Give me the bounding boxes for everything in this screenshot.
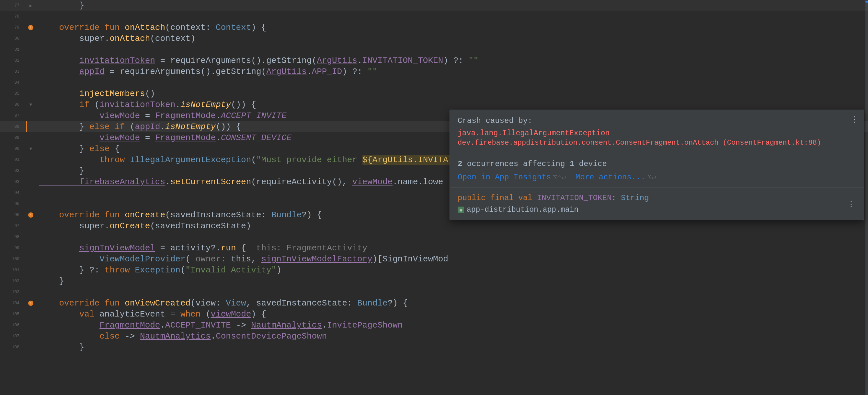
line-number: 105 xyxy=(0,309,26,320)
line-number: 85 xyxy=(0,88,26,99)
table-row: 83 appId = requireArguments().getString(… xyxy=(0,66,868,77)
table-row: 79 ! override fun onAttach(context: Cont… xyxy=(0,22,868,33)
gutter: ▼ xyxy=(26,102,36,107)
module-info: ▤ app-distribution.app.main xyxy=(458,206,649,214)
crash-title: Crash caused by: xyxy=(458,116,856,125)
fold-icon[interactable]: ▼ xyxy=(29,146,32,151)
line-content: signInViewModel = activity?.run { this: … xyxy=(36,243,868,254)
module-icon: ▤ xyxy=(458,206,464,213)
line-content: super.onAttach(context) xyxy=(36,33,868,44)
table-row: 102 } xyxy=(0,276,868,287)
code-area: 77 ▶ } 78 79 ! override fun onAttach(c xyxy=(0,0,868,395)
line-number: 81 xyxy=(0,44,26,55)
table-row: 105 val analyticEvent = when (viewMode) … xyxy=(0,309,868,320)
line-content: else -> NautmAnalytics.ConsentDevicePage… xyxy=(36,331,868,342)
table-row: 97 super.onCreate(savedInstanceState) xyxy=(0,221,868,231)
occurrences-label: occurrences xyxy=(467,160,518,168)
line-content: FragmentMode.ACCEPT_INVITE -> NautmAnaly… xyxy=(36,320,868,331)
line-number: 94 xyxy=(0,188,26,198)
line-number: 77 xyxy=(0,0,26,11)
bookmark-icon: ! xyxy=(28,213,33,218)
line-content: if (invitationToken.isNotEmpty()) { xyxy=(36,99,868,110)
line-content: ViewModelProvider( owner: this, signInVi… xyxy=(36,254,868,265)
table-row: 99 signInViewModel = activity?.run { thi… xyxy=(0,243,868,254)
line-number: 107 xyxy=(0,331,26,342)
code-snippet: public final val INVITATION_TOKEN: Strin… xyxy=(458,194,649,202)
table-row: 108 } xyxy=(0,342,868,353)
line-number: 89 xyxy=(0,132,26,143)
line-number: 93 xyxy=(0,176,26,188)
line-number: 95 xyxy=(0,198,26,209)
line-content: override fun onViewCreated(view: View, s… xyxy=(36,298,868,309)
gutter: ! xyxy=(26,213,36,218)
line-content: val analyticEvent = when (viewMode) { xyxy=(36,309,868,320)
table-row: 106 FragmentMode.ACCEPT_INVITE -> NautmA… xyxy=(0,320,868,331)
bookmark-icon: ! xyxy=(28,301,33,306)
more-actions-link[interactable]: More actions... xyxy=(576,173,646,181)
line-number: 87 xyxy=(0,110,26,121)
line-number: 84 xyxy=(0,77,26,88)
line-content: super.onCreate(savedInstanceState) xyxy=(36,221,868,231)
line-content: } xyxy=(36,0,868,11)
shortcut1: ⌥⇧↵ xyxy=(553,173,566,181)
crash-popup: ⋮ Crash caused by: java.lang.IllegalArgu… xyxy=(450,110,864,220)
fold-icon[interactable]: ▶ xyxy=(29,3,32,8)
table-row: 86 ▼ if (invitationToken.isNotEmpty()) { xyxy=(0,99,868,110)
bookmark-icon: ! xyxy=(28,25,33,30)
occurrences-row: 2 occurrences affecting 1 device xyxy=(458,160,856,168)
line-number: 80 xyxy=(0,33,26,44)
affecting-label: affecting xyxy=(523,160,565,168)
line-number: 104 xyxy=(0,298,26,309)
line-content: } xyxy=(36,342,868,353)
line-number: 99 xyxy=(0,243,26,254)
shortcut2: ⌥↵ xyxy=(647,173,656,181)
line-number: 91 xyxy=(0,154,26,165)
line-content: } ?: throw Exception("Invalid Activity") xyxy=(36,265,868,276)
line-number: 101 xyxy=(0,265,26,276)
code-section-more-button[interactable]: ⋮ xyxy=(846,199,856,209)
line-number: 82 xyxy=(0,55,26,66)
line-number: 88 xyxy=(0,121,26,132)
editor-container: 77 ▶ } 78 79 ! override fun onAttach(c xyxy=(0,0,868,395)
occurrences-count: 2 xyxy=(458,160,462,168)
device-count: 1 xyxy=(570,160,574,168)
table-row: 98 xyxy=(0,231,868,243)
line-number: 92 xyxy=(0,165,26,176)
table-row: 77 ▶ } xyxy=(0,0,868,11)
line-number: 103 xyxy=(0,287,26,298)
code-context-section: public final val INVITATION_TOKEN: Strin… xyxy=(450,188,864,220)
table-row: 103 xyxy=(0,287,868,298)
line-number: 96 xyxy=(0,209,26,221)
gutter: ▶ xyxy=(26,3,36,8)
crash-info-section: ⋮ Crash caused by: java.lang.IllegalArgu… xyxy=(450,110,864,153)
line-content: injectMembers() xyxy=(36,88,868,99)
gutter: ! xyxy=(26,301,36,306)
line-number: 102 xyxy=(0,276,26,287)
line-number: 83 xyxy=(0,66,26,77)
open-in-app-insights-link[interactable]: Open in App Insights xyxy=(458,173,551,181)
table-row: 100 ViewModelProvider( owner: this, sign… xyxy=(0,254,868,265)
table-row: 85 injectMembers() xyxy=(0,88,868,99)
table-row: 104 ! override fun onViewCreated(view: V… xyxy=(0,298,868,309)
line-number: 86 xyxy=(0,99,26,110)
line-number: 106 xyxy=(0,320,26,331)
table-row: 82 invitationToken = requireArguments().… xyxy=(0,55,868,66)
line-number: 79 xyxy=(0,22,26,33)
table-row: 101 } ?: throw Exception("Invalid Activi… xyxy=(0,265,868,276)
module-name: app-distribution.app.main xyxy=(467,206,579,214)
line-number: 90 xyxy=(0,143,26,154)
table-row: 84 xyxy=(0,77,868,88)
gutter: ▼ xyxy=(26,146,36,151)
line-content: invitationToken = requireArguments().get… xyxy=(36,55,868,66)
more-options-button[interactable]: ⋮ xyxy=(849,114,859,124)
device-label: device xyxy=(579,160,607,168)
line-number: 98 xyxy=(0,231,26,243)
line-number: 78 xyxy=(0,11,26,22)
line-content: override fun onAttach(context: Context) … xyxy=(36,22,868,33)
line-number: 100 xyxy=(0,254,26,265)
line-number: 97 xyxy=(0,221,26,231)
gutter: ! xyxy=(26,25,36,30)
fold-icon[interactable]: ▼ xyxy=(29,102,32,107)
table-row: 81 xyxy=(0,44,868,55)
exception-class: java.lang.IllegalArgumentException xyxy=(458,129,856,138)
